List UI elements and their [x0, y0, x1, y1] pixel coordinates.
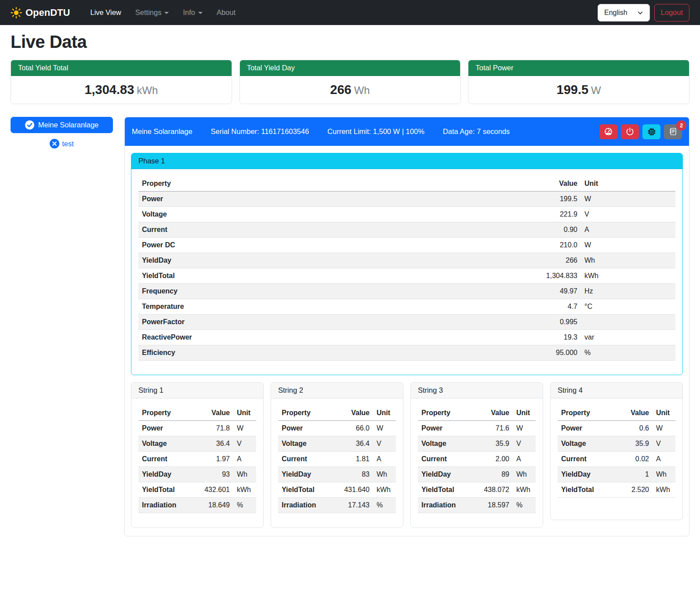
value-cell: 431.640 — [334, 482, 373, 498]
value-cell: 18.597 — [474, 498, 513, 513]
value-cell: 19.3 — [528, 330, 581, 345]
inverter-select-button[interactable]: Meine Solaranlage — [11, 117, 113, 133]
value-cell: 0.995 — [528, 315, 581, 330]
property-cell: YieldDay — [278, 467, 334, 482]
unit-cell: Wh — [373, 467, 396, 482]
unit-cell: kWh — [581, 268, 675, 284]
value-cell: 36.4 — [334, 436, 373, 452]
property-cell: Irradiation — [278, 498, 334, 513]
total-power-value: 199.5 — [557, 83, 589, 97]
brand-link[interactable]: OpenDTU — [11, 7, 70, 18]
table-row: Power DC210.0W — [138, 238, 675, 253]
unit-cell: V — [373, 436, 396, 452]
inverter-data-age: Data Age: 7 seconds — [443, 127, 510, 136]
event-count-badge: 2 — [676, 120, 686, 130]
inverter-card: Meine Solaranlage Serial Number: 1161716… — [124, 117, 689, 536]
property-cell: YieldDay — [418, 467, 474, 482]
unit-cell: V — [513, 436, 536, 452]
table-row: YieldDay266Wh — [138, 253, 675, 268]
column-header-value: Value — [334, 405, 373, 421]
strings-row: String 1 Property Value Unit — [131, 382, 683, 528]
property-cell: Irradiation — [418, 498, 474, 513]
property-cell: YieldDay — [138, 253, 528, 268]
value-cell: 36.4 — [195, 436, 233, 452]
caret-down-icon — [198, 12, 203, 14]
nav-item-about[interactable]: About — [210, 5, 242, 20]
string-title: String 3 — [411, 383, 543, 398]
property-cell: Voltage — [418, 436, 474, 452]
nav-item-live-view[interactable]: Live View — [84, 5, 127, 20]
table-row: ReactivePower19.3var — [138, 330, 675, 345]
language-select[interactable]: English — [598, 4, 649, 22]
total-yield-total-unit: kWh — [137, 84, 158, 96]
value-cell: 18.649 — [195, 498, 233, 513]
table-row: YieldDay93Wh — [138, 467, 256, 482]
navbar: OpenDTU Live View Settings Info About En… — [0, 0, 700, 25]
journal-icon — [669, 127, 677, 136]
property-cell: Temperature — [138, 299, 528, 315]
column-header-property: Property — [138, 405, 195, 421]
unit-cell: % — [233, 498, 256, 513]
string-title: String 2 — [271, 383, 403, 398]
inverter-select-label: Meine Solaranlage — [38, 121, 99, 129]
logout-button[interactable]: Logout — [654, 4, 689, 22]
property-cell: YieldTotal — [418, 482, 474, 498]
unit-cell: var — [581, 330, 675, 345]
unit-cell: °C — [581, 299, 675, 315]
unit-cell: % — [373, 498, 396, 513]
value-cell: 432.601 — [195, 482, 233, 498]
table-row: Frequency49.97Hz — [138, 284, 675, 299]
value-cell: 266 — [528, 253, 581, 268]
table-row: Power199.5W — [138, 192, 675, 207]
phase-title: Phase 1 — [131, 153, 682, 169]
value-cell: 199.5 — [528, 192, 581, 207]
value-cell: 2.00 — [474, 452, 513, 467]
property-cell: Voltage — [558, 436, 614, 452]
nav-item-settings[interactable]: Settings — [129, 5, 175, 20]
value-cell: 438.072 — [474, 482, 513, 498]
table-row: YieldDay89Wh — [418, 467, 536, 482]
value-cell: 0.6 — [614, 421, 653, 436]
unit-cell: W — [513, 421, 536, 436]
value-cell: 1,304.833 — [528, 268, 581, 284]
brand-label: OpenDTU — [25, 7, 70, 18]
table-row: Temperature4.7°C — [138, 299, 675, 315]
property-cell: Power — [278, 421, 334, 436]
unit-cell: Wh — [581, 253, 675, 268]
string-2-panel: String 2 Property Value Unit — [271, 382, 403, 528]
limit-settings-button[interactable] — [599, 124, 617, 139]
table-row: Voltage36.4V — [278, 436, 396, 452]
navbar-right: English Logout — [598, 4, 689, 22]
device-info-button[interactable] — [642, 124, 660, 139]
string-4-table: Property Value Unit Power0.6WVoltage35.9… — [558, 405, 675, 498]
column-header-unit: Unit — [233, 405, 256, 421]
property-cell: YieldDay — [138, 467, 195, 482]
unit-cell: W — [373, 421, 396, 436]
inverter-serial: Serial Number: 116171603546 — [211, 127, 309, 136]
string-3-table: Property Value Unit Power71.6WVoltage35.… — [418, 405, 536, 513]
value-cell: 93 — [195, 467, 233, 482]
table-row: YieldDay83Wh — [278, 467, 396, 482]
power-toggle-button[interactable] — [621, 124, 639, 139]
nav-item-info[interactable]: Info — [177, 5, 209, 20]
property-cell: Current — [138, 452, 195, 467]
property-cell: Irradiation — [138, 498, 195, 513]
property-cell: YieldTotal — [558, 482, 614, 498]
value-cell: 71.6 — [474, 421, 513, 436]
unit-cell: Wh — [513, 467, 536, 482]
unit-cell: W — [233, 421, 256, 436]
string-1-table: Property Value Unit Power71.8WVoltage36.… — [138, 405, 256, 513]
cpu-icon — [647, 127, 656, 136]
table-row: Efficiency95.000% — [138, 345, 675, 361]
event-log-button[interactable]: 2 — [664, 124, 682, 139]
table-row: Voltage36.4V — [138, 436, 256, 452]
table-row: Irradiation17.143% — [278, 498, 396, 513]
table-row: Irradiation18.649% — [138, 498, 256, 513]
table-row: YieldTotal431.640kWh — [278, 482, 396, 498]
unit-cell: V — [233, 436, 256, 452]
language-value: English — [604, 9, 627, 17]
value-cell: 2.520 — [614, 482, 653, 498]
total-power-unit: W — [591, 84, 601, 96]
value-cell: 17.143 — [334, 498, 373, 513]
inverter-item-test[interactable]: test — [11, 139, 113, 148]
